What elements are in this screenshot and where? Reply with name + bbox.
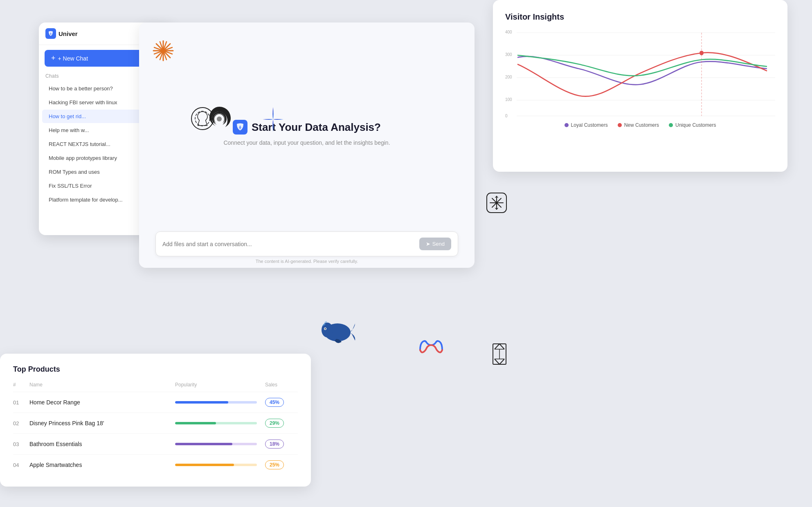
row-name: Disney Princess Pink Bag 18' xyxy=(29,420,104,426)
sales-badge: 18% xyxy=(265,440,284,449)
ai-disclaimer: The content is AI-generated. Please veri… xyxy=(139,259,475,264)
legend-new-customers: New Customers xyxy=(618,122,659,128)
new-chat-label: + New Chat xyxy=(58,55,88,62)
products-panel: Top Products # Name Popularity Sales 01 … xyxy=(0,354,311,487)
row-name: Bathroom Essentials xyxy=(29,441,82,447)
send-label: Send xyxy=(432,241,445,247)
openai-icon xyxy=(205,104,234,135)
plus-icon: + xyxy=(51,54,56,63)
main-chat-content: Start Your Data Analysis? Connect your d… xyxy=(223,120,390,146)
chat-input[interactable] xyxy=(162,241,419,247)
chat-logo: Univer xyxy=(45,28,78,39)
snowflake-icon xyxy=(486,192,507,215)
products-table: # Name Popularity Sales 01 Home Decor Ra… xyxy=(13,382,298,475)
legend-label-unique: Unique Customers xyxy=(675,122,716,128)
svg-text:0: 0 xyxy=(505,113,508,118)
chart-area: 400 300 200 100 0 Jan Feb Mar xyxy=(505,28,775,118)
table-row: 03 Bathroom Essentials 18% xyxy=(13,434,298,455)
chat-input-area: ➤ Send xyxy=(155,231,458,256)
sales-badge: 25% xyxy=(265,460,284,469)
svg-text:300: 300 xyxy=(505,52,512,57)
legend-dot-unique xyxy=(669,123,673,127)
table-row: 04 Apple Smartwatches 25% xyxy=(13,455,298,476)
asterisk-decoration xyxy=(151,39,175,66)
svg-line-36 xyxy=(495,344,499,349)
row-name: Home Decor Range xyxy=(29,399,80,406)
col-header-popularity: Popularity xyxy=(175,382,265,392)
popularity-bar-bg xyxy=(175,464,257,466)
table-row: 01 Home Decor Range 45% xyxy=(13,392,298,413)
row-name: Apple Smartwatches xyxy=(29,462,82,468)
col-header-name: Name xyxy=(29,382,175,392)
svg-point-55 xyxy=(325,328,326,330)
legend-label-loyal: Loyal Customers xyxy=(571,122,608,128)
chart-panel: Visitor Insights 400 300 200 100 0 xyxy=(493,0,787,172)
table-row: 02 Disney Princess Pink Bag 18' 29% xyxy=(13,413,298,434)
popularity-bar-fill xyxy=(175,443,232,445)
popularity-bar-bg xyxy=(175,422,257,424)
legend-label-new: New Customers xyxy=(624,122,659,128)
col-header-num: # xyxy=(13,382,29,392)
svg-text:100: 100 xyxy=(505,97,512,102)
main-chat-logo: Start Your Data Analysis? xyxy=(233,120,381,135)
legend-unique-customers: Unique Customers xyxy=(669,122,716,128)
svg-line-39 xyxy=(499,359,504,364)
main-chat-panel: Start Your Data Analysis? Connect your d… xyxy=(139,22,475,268)
popularity-bar-bg xyxy=(175,401,257,404)
svg-line-38 xyxy=(495,359,499,364)
send-button[interactable]: ➤ Send xyxy=(419,238,451,250)
legend-dot-loyal xyxy=(565,123,569,127)
svg-text:200: 200 xyxy=(505,74,512,80)
whale-icon xyxy=(319,315,356,348)
main-chat-subtitle: Connect your data, input your question, … xyxy=(223,139,390,146)
send-icon: ➤ xyxy=(426,241,430,247)
popularity-bar-bg xyxy=(175,443,257,445)
chat-logo-text: Univer xyxy=(58,30,78,37)
sales-badge: 29% xyxy=(265,419,284,428)
svg-point-56 xyxy=(217,117,222,121)
legend-loyal-customers: Loyal Customers xyxy=(565,122,608,128)
row-number: 04 xyxy=(13,462,19,468)
gemini-icon xyxy=(262,106,284,135)
univer-logo-icon xyxy=(45,28,56,39)
svg-line-37 xyxy=(499,344,504,349)
meta-icon xyxy=(418,338,444,356)
svg-text:400: 400 xyxy=(505,29,512,35)
popularity-bar-fill xyxy=(175,422,216,424)
popularity-bar-fill xyxy=(175,401,228,404)
row-number: 03 xyxy=(13,441,19,447)
perplexity-icon xyxy=(489,342,510,368)
chart-svg: 400 300 200 100 0 Jan Feb Mar xyxy=(505,28,775,118)
col-header-sales: Sales xyxy=(265,382,298,392)
popularity-bar-fill xyxy=(175,464,234,466)
row-number: 01 xyxy=(13,399,19,406)
chart-legend: Loyal Customers New Customers Unique Cus… xyxy=(505,122,775,128)
products-title: Top Products xyxy=(13,365,298,374)
row-number: 02 xyxy=(13,420,19,426)
legend-dot-new xyxy=(618,123,622,127)
main-chat-logo-icon xyxy=(233,120,247,135)
sales-badge: 45% xyxy=(265,398,284,407)
chart-title: Visitor Insights xyxy=(505,12,775,22)
